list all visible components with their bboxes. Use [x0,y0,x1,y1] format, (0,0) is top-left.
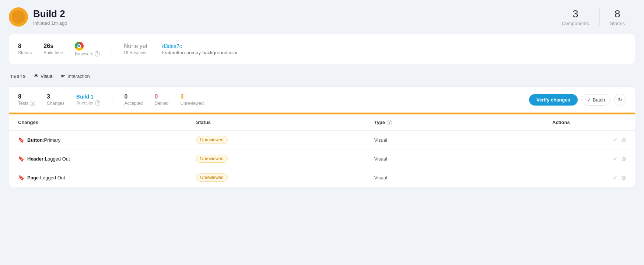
deny-icon[interactable]: ⊗ [621,137,626,144]
deny-icon[interactable]: ⊗ [621,174,626,181]
browsers-info: Browsers ? [75,42,100,56]
components-stat: 3 Components [552,8,600,26]
tests-help-icon[interactable]: ? [30,101,35,106]
ui-reviews-info: None yet UI Reviews [124,43,147,55]
type-cell: Visual [374,137,552,143]
page-header: Build 2 Initiated 1m ago 3 Components 8 … [9,7,635,27]
tests-count-label: Tests ? [18,101,35,106]
branch-name: feat/button-primay-backgroundcolor [162,50,238,55]
avatar-inner [12,10,25,24]
changes-table: Changes Status Type ? Actions 🔖 Button:P… [9,114,635,187]
status-cell: Unreviewed [196,155,374,163]
browsers-label: Browsers [75,51,93,56]
status-cell: Unreviewed [196,136,374,144]
batch-button[interactable]: ✓ Batch [581,94,610,106]
status-badge: Unreviewed [196,155,227,163]
tests-count-stat: 8 Tests ? [18,93,35,106]
unreviewed-stat: 3 Unreviewed [181,93,204,106]
tab-interaction[interactable]: ☛ Interaction [61,72,90,81]
page-container: Build 2 Initiated 1m ago 3 Components 8 … [0,0,644,195]
bookmark-icon: 🔖 [18,137,24,143]
table-header: Changes Status Type ? Actions [9,114,635,131]
denied-stat: 0 Denied [154,93,168,106]
changes-label: Changes [47,101,64,106]
test-card-actions: Verify changes ✓ Batch ↻ [529,94,626,106]
changes-stat: 3 Changes [47,93,64,106]
status-cell: Unreviewed [196,173,374,182]
change-label: Button:Primary [27,137,60,143]
checkmark-icon: ✓ [587,97,591,103]
ancestor-link[interactable]: Build 1 [76,94,94,100]
components-label: Components [562,21,589,26]
tests-section: TESTS 👁 Visual ☛ Interaction 8 Tests ? [9,72,635,187]
tests-header: TESTS 👁 Visual ☛ Interaction [9,72,635,81]
browsers-help-icon[interactable]: ? [95,51,100,56]
denied-label: Denied [154,101,168,106]
table-row[interactable]: 🔖 Page:Logged Out Unreviewed Visual ✓ ⊗ [9,168,635,187]
chrome-icon [75,42,84,51]
type-help-icon[interactable]: ? [387,120,392,125]
table-row[interactable]: 🔖 Header:Logged Out Unreviewed Visual ✓ … [9,149,635,168]
test-stats-left: 8 Tests ? 3 Changes Build 1 [18,93,112,106]
verify-changes-button[interactable]: Verify changes [529,94,578,106]
interaction-icon: ☛ [61,73,66,79]
accept-icon[interactable]: ✓ [613,137,617,144]
type-cell: Visual [374,156,552,162]
bookmark-icon: 🔖 [18,175,24,180]
accept-icon[interactable]: ✓ [613,174,617,181]
ancestor-label: Ancestor ? [76,100,100,106]
tab-interaction-label: Interaction [67,73,90,79]
refresh-button[interactable]: ↻ [614,94,626,106]
test-card-header: 8 Tests ? 3 Changes Build 1 [9,87,635,113]
row-actions: ✓ ⊗ [552,174,626,181]
tab-visual-label: Visual [41,73,53,79]
build-avatar [9,7,28,27]
info-card: 8 Stories 26s Build time Browsers ? [9,34,635,64]
type-cell: Visual [374,175,552,180]
build-subtitle: Initiated 1m ago [33,20,67,26]
tests-title: TESTS [10,74,26,79]
change-name: 🔖 Page:Logged Out [18,175,196,180]
status-badge: Unreviewed [196,173,227,182]
stories-stat: 8 Stories [600,8,635,26]
info-card-content: 8 Stories 26s Build time Browsers ? [18,42,626,56]
status-badge: Unreviewed [196,136,227,144]
stories-label: Stories [610,21,625,26]
accepted-stat: 0 Accepted [124,93,143,106]
denied-value: 0 [154,93,168,100]
info-section-right: None yet UI Reviews d3dea7c feat/button-… [124,43,238,55]
change-label: Header:Logged Out [27,156,70,162]
stories-info-label: Stories [18,50,32,55]
build-time-value: 26s [43,43,63,49]
ui-reviews-label: UI Reviews [124,50,147,55]
ui-reviews-value: None yet [124,43,147,49]
commit-link[interactable]: d3dea7c [162,43,182,49]
table-body: 🔖 Button:Primary Unreviewed Visual ✓ ⊗ 🔖… [9,131,635,187]
ancestor-stat: Build 1 Ancestor ? [76,94,100,106]
col-status: Status [196,120,374,125]
tab-visual[interactable]: 👁 Visual [34,72,53,81]
unreviewed-label: Unreviewed [181,101,204,106]
build-time-label: Build time [43,50,63,55]
col-type: Type ? [374,120,552,125]
components-count: 3 [562,8,589,20]
ancestor-help-icon[interactable]: ? [95,100,100,106]
stories-info: 8 Stories [18,43,32,55]
bookmark-icon: 🔖 [18,156,24,162]
test-card: 8 Tests ? 3 Changes Build 1 [9,86,635,187]
header-stats: 3 Components 8 Stories [552,8,635,26]
row-actions: ✓ ⊗ [552,155,626,162]
accepted-label: Accepted [124,101,143,106]
refresh-icon: ↻ [618,97,622,103]
stories-value: 8 [18,43,32,49]
test-stats-middle: 0 Accepted 0 Denied 3 Unreviewed [124,93,529,106]
row-actions: ✓ ⊗ [552,137,626,144]
change-name: 🔖 Header:Logged Out [18,156,196,162]
col-changes: Changes [18,120,196,125]
unreviewed-value: 3 [181,93,204,100]
table-row[interactable]: 🔖 Button:Primary Unreviewed Visual ✓ ⊗ [9,131,635,149]
deny-icon[interactable]: ⊗ [621,155,626,162]
header-left: Build 2 Initiated 1m ago [9,7,67,27]
changes-value: 3 [47,93,64,100]
accept-icon[interactable]: ✓ [613,155,617,162]
